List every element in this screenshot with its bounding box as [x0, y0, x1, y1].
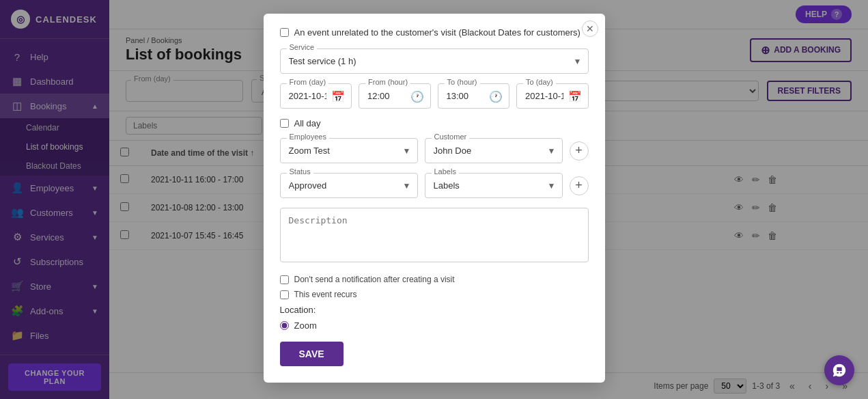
service-select[interactable]: Test service (1 h): [280, 49, 589, 74]
to-day-field: To (day) 📅: [516, 83, 589, 109]
no-notification-checkbox[interactable]: [280, 275, 289, 284]
service-label: Service: [287, 43, 318, 51]
from-day-field: From (day) 📅: [280, 83, 352, 109]
chat-icon: [832, 363, 847, 378]
modal-overlay: ✕ An event unrelated to the customer's v…: [0, 0, 868, 399]
zoom-label: Zoom: [294, 320, 317, 331]
recurs-label: This event recurs: [294, 290, 357, 299]
add-label-button[interactable]: +: [570, 176, 589, 195]
from-hour-label: From (hour): [365, 78, 410, 86]
recurs-checkbox[interactable]: [280, 290, 289, 299]
customer-field: Customer John Doe ▼: [425, 138, 563, 163]
from-day-label: From (day): [287, 78, 329, 86]
employees-customer-row: Employees Zoom Test ▼ Customer John Doe …: [280, 138, 589, 163]
status-select[interactable]: Approved: [280, 173, 418, 198]
labels-select[interactable]: Labels: [425, 173, 563, 198]
employees-label: Employees: [287, 133, 329, 141]
blackout-checkbox[interactable]: [280, 28, 289, 37]
modal-close-button[interactable]: ✕: [582, 20, 598, 37]
datetime-row: From (day) 📅 From (hour) 🕐 To (hour) 🕐 T…: [280, 83, 589, 109]
to-hour-label: To (hour): [445, 78, 480, 86]
status-label: Status: [287, 167, 313, 176]
to-day-input[interactable]: [516, 83, 589, 109]
status-labels-row: Status Approved ▼ Labels Labels ▼ +: [280, 173, 589, 198]
employees-field: Employees Zoom Test ▼: [280, 138, 418, 163]
labels-field: Labels Labels ▼: [425, 173, 563, 198]
allday-row: All day: [280, 118, 589, 128]
location-section: Location: Zoom: [280, 305, 589, 331]
blackout-label: An event unrelated to the customer's vis…: [294, 27, 580, 38]
customer-label: Customer: [432, 133, 470, 141]
employees-select[interactable]: Zoom Test: [280, 138, 418, 163]
description-field: [280, 208, 589, 265]
no-notification-row: Don't send a notification after creating…: [280, 275, 589, 284]
from-hour-input[interactable]: [359, 83, 431, 109]
from-hour-field: From (hour) 🕐: [359, 83, 431, 109]
zoom-radio[interactable]: [280, 321, 289, 330]
labels-label: Labels: [432, 167, 459, 176]
description-textarea[interactable]: [280, 208, 589, 262]
zoom-radio-row: Zoom: [280, 320, 589, 331]
no-notification-label: Don't send a notification after creating…: [294, 275, 455, 284]
allday-label: All day: [294, 118, 321, 128]
to-day-label: To (day): [523, 78, 556, 86]
from-day-input[interactable]: [280, 83, 352, 109]
status-field: Status Approved ▼: [280, 173, 418, 198]
blackout-checkbox-row: An event unrelated to the customer's vis…: [280, 27, 589, 38]
location-label: Location:: [280, 305, 589, 315]
recurs-row: This event recurs: [280, 290, 589, 299]
save-button[interactable]: SAVE: [280, 342, 344, 366]
customer-select[interactable]: John Doe: [425, 138, 563, 163]
service-field: Service Test service (1 h) ▼: [280, 49, 589, 74]
to-hour-field: To (hour) 🕐: [438, 83, 510, 109]
add-customer-button[interactable]: +: [570, 141, 589, 161]
chat-button[interactable]: [824, 355, 854, 385]
allday-checkbox[interactable]: [280, 119, 289, 128]
to-hour-input[interactable]: [438, 83, 510, 109]
add-booking-modal: ✕ An event unrelated to the customer's v…: [264, 14, 605, 383]
